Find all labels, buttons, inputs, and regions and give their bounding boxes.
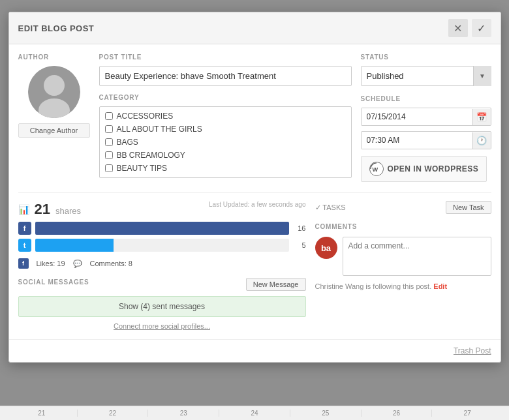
chart-icon: 📊 (18, 204, 29, 215)
facebook-icon: f (18, 222, 31, 235)
close-button[interactable]: ✕ (448, 19, 468, 37)
category-checkbox[interactable] (105, 151, 113, 159)
likes-label: Likes: 19 (37, 260, 65, 267)
category-label: CATEGORY (99, 94, 352, 101)
wp-button-label: OPEN IN WORDPRESS (388, 164, 479, 173)
fb-small-icon: f (18, 258, 29, 269)
facebook-bar (35, 222, 289, 235)
svg-text:W: W (372, 166, 378, 173)
category-checkbox[interactable] (105, 138, 113, 146)
calendar-day[interactable]: 21 (7, 410, 78, 417)
twitter-icon: t (18, 239, 31, 252)
open-in-wordpress-button[interactable]: W OPEN IN WORDPRESS (361, 156, 487, 182)
schedule-label: SCHEDULE (361, 95, 491, 102)
post-title-label: POST TITLE (99, 53, 352, 61)
facebook-count: 16 (293, 224, 306, 232)
twitter-bar (35, 239, 289, 252)
calendar-bar: 21222324252627 (0, 406, 509, 420)
avatar (28, 66, 80, 118)
list-item: BB CREAMOLOGY (100, 149, 351, 162)
category-checkbox[interactable] (105, 125, 113, 133)
tasks-label: ✓ TASKS (315, 203, 346, 212)
left-panel: 📊 21 shares Last Updated: a few seconds … (18, 201, 306, 330)
connect-profiles-text: Connect more social profiles... (18, 322, 306, 330)
facebook-bar-fill (35, 222, 289, 235)
change-author-button[interactable]: Change Author (18, 123, 90, 138)
time-input[interactable] (362, 132, 472, 149)
list-item: ACCESSORIES (100, 110, 351, 123)
new-task-button[interactable]: New Task (446, 201, 491, 214)
social-messages-label: SOCIAL MESSAGES (18, 278, 89, 286)
shares-row: 📊 21 shares (18, 201, 82, 218)
post-title-input[interactable] (99, 66, 352, 86)
calendar-day[interactable]: 24 (219, 410, 290, 417)
category-name: ALL ABOUT THE GIRLS (117, 125, 202, 134)
modal-overlay: EDIT BLOG POST ✕ ✓ AUTHOR (0, 0, 509, 420)
modal-body: AUTHOR Change Author POST TITLE CATEGO (9, 44, 501, 339)
comments-section-label: COMMENTS (315, 223, 491, 230)
status-select[interactable]: Published Draft (361, 66, 491, 86)
author-label: AUTHOR (18, 53, 90, 61)
shares-label: shares (55, 206, 81, 216)
category-box[interactable]: ACCESSORIESALL ABOUT THE GIRLSBAGSBB CRE… (99, 106, 352, 178)
twitter-bar-fill (35, 239, 114, 252)
post-column: POST TITLE CATEGORY ACCESSORIESALL ABOUT… (99, 53, 352, 182)
category-checkbox[interactable] (105, 164, 113, 172)
trash-post-button[interactable]: Trash Post (454, 346, 491, 355)
top-section: AUTHOR Change Author POST TITLE CATEGO (18, 53, 491, 182)
calendar-day[interactable]: 23 (148, 410, 219, 417)
social-messages-header: SOCIAL MESSAGES New Message (18, 278, 306, 291)
connect-profiles-link[interactable]: Connect more social profiles... (114, 322, 210, 330)
right-panel: ✓ TASKS New Task COMMENTS ba Christine W… (315, 201, 491, 330)
category-name: ACCESSORIES (117, 112, 174, 121)
date-input[interactable] (362, 108, 472, 125)
author-column: AUTHOR Change Author (18, 53, 90, 182)
list-item: BAGS (100, 136, 351, 149)
category-checkbox[interactable] (105, 112, 113, 120)
status-select-wrap: Published Draft ▼ (361, 66, 491, 86)
modal-header-buttons: ✕ ✓ (448, 19, 491, 37)
confirm-button[interactable]: ✓ (472, 19, 491, 37)
comment-input-row: ba (315, 237, 491, 276)
twitter-count: 5 (293, 241, 306, 249)
modal-footer: Trash Post (9, 339, 501, 362)
list-item: ALL ABOUT THE GIRLS (100, 123, 351, 136)
comments-count-label: Comments: 8 (90, 260, 132, 267)
show-messages-button[interactable]: Show (4) sent messages (18, 296, 306, 317)
middle-section: 📊 21 shares Last Updated: a few seconds … (18, 192, 491, 330)
time-row: 🕐 (361, 131, 491, 149)
calendar-day[interactable]: 26 (362, 410, 433, 417)
wordpress-logo-icon: W (369, 162, 384, 176)
comment-avatar: ba (315, 237, 337, 259)
following-text: Christine Wang is following this post. E… (315, 282, 491, 290)
list-item: BEAUTY TIPS (100, 162, 351, 175)
modal-header: EDIT BLOG POST ✕ ✓ (9, 12, 501, 44)
modal-title: EDIT BLOG POST (18, 23, 95, 33)
date-row: 📅 (361, 108, 491, 126)
tasks-header: ✓ TASKS New Task (315, 201, 491, 214)
twitter-bar-row: t 5 (18, 239, 306, 252)
comment-bubble-icon: 💬 (73, 260, 82, 268)
status-column: STATUS Published Draft ▼ SCHEDULE 📅 (361, 53, 491, 182)
category-name: BAGS (117, 138, 138, 147)
last-updated-text: Last Updated: a few seconds ago (209, 201, 305, 208)
engagement-row: f Likes: 19 💬 Comments: 8 (18, 258, 306, 269)
clock-icon[interactable]: 🕐 (472, 132, 491, 149)
calendar-day[interactable]: 22 (78, 410, 149, 417)
comment-input[interactable] (343, 237, 491, 276)
category-name: BEAUTY TIPS (117, 164, 168, 173)
calendar-day[interactable]: 27 (432, 410, 502, 417)
facebook-bar-row: f 16 (18, 222, 306, 235)
calendar-day[interactable]: 25 (290, 410, 362, 417)
category-name: BB CREAMOLOGY (117, 151, 185, 160)
new-message-button[interactable]: New Message (246, 278, 306, 291)
svg-point-1 (44, 75, 65, 96)
calendar-icon[interactable]: 📅 (472, 109, 491, 125)
edit-blog-post-modal: EDIT BLOG POST ✕ ✓ AUTHOR (8, 12, 501, 363)
status-label: STATUS (361, 53, 491, 61)
edit-following-link[interactable]: Edit (433, 282, 447, 290)
shares-count: 21 (35, 201, 50, 218)
